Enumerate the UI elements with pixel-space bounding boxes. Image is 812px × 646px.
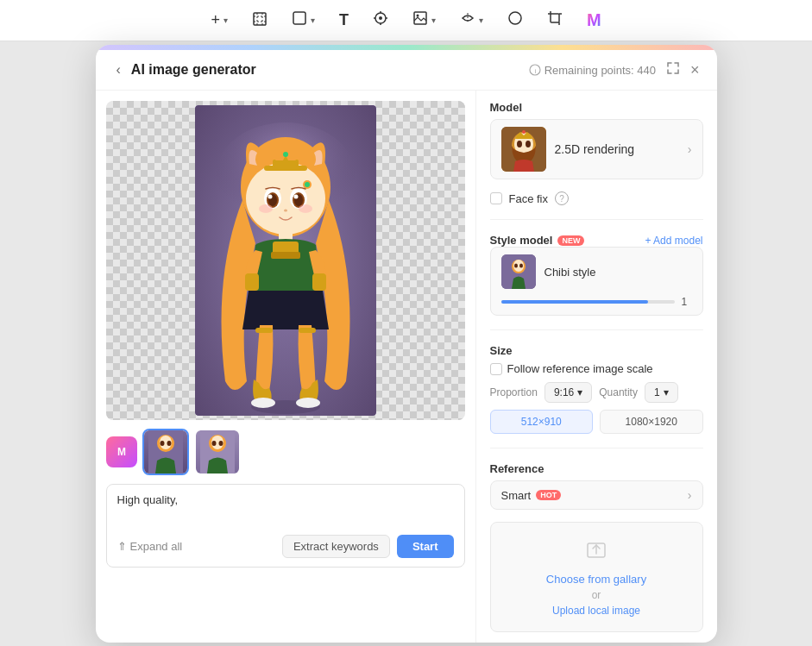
pen-icon xyxy=(373,10,388,30)
svg-point-54 xyxy=(296,398,320,408)
prompt-text[interactable]: High quality, xyxy=(117,493,454,528)
svg-point-53 xyxy=(251,398,275,408)
style-model-card: Chibi style 1 xyxy=(490,247,703,316)
svg-point-63 xyxy=(211,441,216,446)
svg-point-37 xyxy=(268,195,272,199)
face-fix-row: Face fix ? xyxy=(490,191,703,205)
dialog-title-area: ‹ AI image generator xyxy=(113,60,256,79)
model-name: 2.5D rendering xyxy=(555,142,635,156)
face-fix-help-icon[interactable]: ? xyxy=(555,191,569,205)
back-button[interactable]: ‹ xyxy=(113,60,124,79)
svg-text:i: i xyxy=(534,67,536,75)
proportion-label: Proportion xyxy=(490,386,538,398)
toolbar: + ▾ ▾ T xyxy=(0,0,812,41)
svg-rect-5 xyxy=(293,12,305,24)
add-tool-caret: ▾ xyxy=(223,16,228,25)
divider-1 xyxy=(490,219,703,220)
choose-from-gallery-link[interactable]: Choose from gallary xyxy=(546,573,646,586)
reference-card[interactable]: Smart HOT › xyxy=(490,480,703,510)
size-section: Size Follow reference image scale Propor… xyxy=(490,344,703,434)
prompt-area: High quality, ⇑ Expand all Extract keywo… xyxy=(106,484,465,568)
reference-chevron-icon: › xyxy=(688,488,692,502)
add-model-button[interactable]: + Add model xyxy=(645,235,702,247)
svg-point-33 xyxy=(305,182,310,187)
frame-tool[interactable] xyxy=(247,8,273,34)
svg-point-29 xyxy=(283,152,288,157)
follow-ref-label: Follow reference image scale xyxy=(507,362,653,375)
svg-rect-49 xyxy=(312,273,326,291)
image-tool[interactable]: ▾ xyxy=(407,7,441,34)
model-card[interactable]: 2.5D rendering › xyxy=(490,119,703,179)
extract-keywords-button[interactable]: Extract keywords xyxy=(282,535,390,558)
dialog-header-right: i Remaining points: 440 × xyxy=(529,61,700,79)
text-tool[interactable]: T xyxy=(334,8,354,33)
svg-rect-47 xyxy=(271,252,300,259)
svg-rect-51 xyxy=(299,328,316,333)
svg-point-41 xyxy=(293,195,298,199)
thumbnail-2[interactable] xyxy=(194,429,241,475)
style-model-info: Chibi style xyxy=(501,254,692,289)
model-thumbnail xyxy=(501,127,546,172)
add-tool[interactable]: + ▾ xyxy=(205,8,233,33)
proportion-row: Proportion 9:16 ▾ Quantity 1 ▾ xyxy=(490,382,703,403)
expand-button[interactable] xyxy=(666,61,680,78)
start-button[interactable]: Start xyxy=(397,535,454,558)
upload-local-link[interactable]: Upload local image xyxy=(552,605,640,617)
dialog-title: AI image generator xyxy=(131,62,256,78)
follow-ref-checkbox[interactable] xyxy=(490,363,502,375)
expand-all-button[interactable]: ⇑ Expand all xyxy=(117,540,183,553)
svg-point-64 xyxy=(218,441,223,446)
model-section: Model xyxy=(490,101,703,179)
divider-2 xyxy=(490,329,703,330)
ai-icon-thumb[interactable]: M xyxy=(106,436,137,467)
style-model-section: Style model NEW + Add model xyxy=(490,234,703,316)
svg-point-13 xyxy=(416,15,419,17)
svg-point-43 xyxy=(259,204,273,213)
reference-card-left: Smart HOT xyxy=(501,489,562,502)
svg-point-14 xyxy=(509,12,521,24)
shape-tool[interactable]: ▾ xyxy=(286,7,320,34)
crop-tool[interactable] xyxy=(542,7,568,34)
reference-section: Reference Smart HOT › xyxy=(490,462,703,510)
face-fix-checkbox[interactable] xyxy=(490,192,502,204)
size-option-1[interactable]: 512×910 xyxy=(490,410,594,434)
brand-icon: M xyxy=(587,10,601,30)
chibi-svg xyxy=(195,105,376,416)
svg-point-44 xyxy=(299,204,312,213)
svg-point-31 xyxy=(295,160,299,163)
size-option-2[interactable]: 1080×1920 xyxy=(600,410,703,434)
circle-icon xyxy=(507,10,523,30)
style-model-title-group: Style model NEW xyxy=(490,234,585,247)
chibi-image xyxy=(195,105,376,416)
proportion-select[interactable]: 9:16 ▾ xyxy=(544,382,592,403)
thumbnail-1[interactable] xyxy=(142,429,189,475)
model-chevron-icon: › xyxy=(688,142,692,156)
upload-area: Choose from gallary or Upload local imag… xyxy=(490,522,703,632)
svg-rect-27 xyxy=(273,160,299,167)
svg-point-30 xyxy=(273,160,276,163)
style-slider[interactable] xyxy=(501,300,675,304)
circle-tool[interactable] xyxy=(502,7,528,34)
svg-point-7 xyxy=(379,16,382,20)
grid-icon xyxy=(460,10,475,30)
crop-icon xyxy=(547,10,563,30)
svg-rect-12 xyxy=(414,12,426,24)
prompt-actions: ⇑ Expand all Extract keywords Start xyxy=(117,535,454,558)
left-panel: M xyxy=(96,91,475,643)
close-button[interactable]: × xyxy=(690,61,700,79)
dialog-body: M xyxy=(96,91,717,643)
svg-point-76 xyxy=(519,264,523,268)
brand-logo: M xyxy=(582,7,607,34)
grid-tool[interactable]: ▾ xyxy=(455,7,488,34)
divider-3 xyxy=(490,448,703,448)
style-slider-value: 1 xyxy=(682,296,692,308)
dialog-header: ‹ AI image generator i Remaining points:… xyxy=(96,45,717,91)
frame-icon xyxy=(252,11,268,30)
quantity-select[interactable]: 1 ▾ xyxy=(645,382,678,403)
pen-tool[interactable] xyxy=(368,7,393,34)
text-icon: T xyxy=(339,11,349,29)
svg-rect-48 xyxy=(245,273,259,291)
upload-or-label: or xyxy=(592,589,601,601)
image-tool-caret: ▾ xyxy=(431,16,436,25)
model-card-left: 2.5D rendering xyxy=(501,127,635,172)
